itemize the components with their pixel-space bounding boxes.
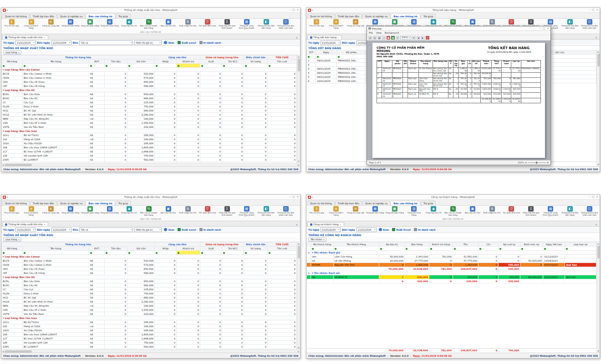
toolbar-button[interactable]: ▽Tồn dưới định mức [198, 206, 217, 218]
menu-tab-3[interactable]: Quản lý nghiệp vụ [57, 14, 85, 18]
table-row[interactable]: 2395BC L2395VTbộ0592,000000000 [2, 158, 297, 162]
menu-tab-4[interactable]: Báo cáo thống kê [391, 201, 420, 205]
minimize-button[interactable]: – [289, 196, 290, 198]
column-header[interactable]: Tồn đầu [105, 60, 127, 64]
filter-cell[interactable] [200, 64, 222, 68]
column-header[interactable]: Mã khách hàng [311, 243, 334, 247]
column-header[interactable]: Định mức nợ [520, 243, 543, 247]
scroll-down-icon[interactable]: ▼ [298, 160, 299, 163]
zoom-slider[interactable] [528, 162, 546, 163]
export-excel-button[interactable]: Xuất excel [177, 41, 197, 44]
toolbar-button[interactable]: ▽Tồn dưới định mức [502, 206, 521, 218]
titlebar-caret-icon[interactable]: ▾ [312, 196, 313, 198]
maximize-button[interactable]: □ [292, 9, 295, 11]
filter-cell[interactable] [127, 251, 155, 255]
menu-tab-4[interactable]: Báo cáo thống kê [391, 14, 420, 18]
column-header[interactable]: Trả NCC [222, 247, 244, 251]
table-row[interactable]: 1011Bộ Xả T1011bộ0295,000000000 [2, 320, 297, 324]
table-row[interactable]: NĐNNắp Cầu HC đóng êmcái0190,000000000 [2, 117, 297, 121]
column-header[interactable]: Khách trả [177, 60, 200, 64]
minimize-button[interactable]: – [589, 196, 590, 198]
menu-tab-2[interactable]: Thiết lập ban đầu [30, 14, 57, 18]
toolbar-button[interactable]: $Thu chi tồn quỹ [307, 206, 326, 218]
menu-tab-5[interactable]: Trợ giúp [116, 14, 131, 18]
toolbar-button[interactable]: ▥Tổng kết mua hàng [100, 19, 119, 31]
toolbar-button[interactable]: ⇅Xuất nhập tồn kho [178, 206, 197, 218]
warehouse-select[interactable]: Tất cả▾ [79, 228, 133, 232]
from-date-input[interactable]: 01/01/2024▾ [321, 40, 341, 45]
toolbar-button[interactable]: %Báo cáo lợi nhuận bán hàng [444, 206, 463, 218]
column-header[interactable]: Bán hàng [405, 243, 429, 247]
vertical-scrollbar[interactable]: ▲▼ [596, 50, 600, 166]
toolbar-button[interactable]: ΣTổng hợp kết quả kinh doanh [218, 206, 236, 218]
table-row[interactable]: CCCầu Cụtbộ0225,000000000 [2, 288, 297, 292]
table-row[interactable]: DL2NDoLa 2 nhấnbộ0750,000000000 [2, 105, 297, 109]
zoom-out-icon[interactable]: ⊖ [396, 36, 399, 40]
scroll-left-icon[interactable]: ◀ [2, 350, 4, 353]
filter-cell[interactable] [105, 64, 127, 68]
title-bar[interactable]: ▾ Thống kê nhập xuất tồn kho - MekongSof… [1, 8, 300, 13]
tabbar-close-icon[interactable]: × [594, 36, 599, 39]
toolbar-button[interactable]: ▤Tổng kết bán hàng [61, 206, 80, 218]
column-header[interactable]: Ngày hết hạn [543, 243, 565, 247]
menu-tab-3[interactable]: Quản lý nghiệp vụ [362, 14, 390, 18]
to-date-input[interactable]: 11/01/2024▾ [357, 228, 377, 232]
toolbar-button[interactable]: ≡Công nợ khách hàng [22, 19, 41, 31]
title-bar[interactable]: ▾ Công nợ khách hàng - MekongSoft – □ × [306, 195, 600, 200]
export-excel-button[interactable]: Xuất Excel [391, 228, 412, 231]
table-row[interactable]: KHTAMNguyễn Văn Tam01,800,00001,300,0000… [307, 263, 596, 267]
filter-cell[interactable] [316, 55, 337, 59]
toolbar-button[interactable]: ▨Thống kê công trình theo khách hàng [237, 19, 256, 31]
table-row[interactable]: 102Hàng số 102Acái0190,000000000 [2, 324, 297, 329]
scroll-down-icon[interactable]: ▼ [597, 350, 599, 353]
group-by-chip[interactable]: Loại hàng▾ [3, 51, 21, 55]
toolbar-button[interactable]: $Thu chi tồn quỹ [307, 19, 326, 31]
toolbar-button[interactable]: ▤Tổng kết bán hàng [61, 19, 80, 31]
table-row[interactable]: VXTNVan Xả Tiểu Nambộ0200,000000000 [2, 312, 297, 316]
filter-cell[interactable] [307, 247, 311, 251]
table-row[interactable]: BCHCBàn Cầu HCbộ0980,000000000 [2, 283, 297, 288]
menu-tab-3[interactable]: Quản lý nghiệp vụ [362, 201, 390, 205]
tabbar-close-icon[interactable]: × [594, 223, 599, 226]
table-row[interactable]: HCLKBC HC Liền Khối (in Hoa)bộ02,280,000… [2, 113, 297, 117]
filter-cell[interactable] [222, 251, 244, 255]
column-header[interactable]: Tồn đầu [105, 247, 127, 251]
group-row[interactable]: ▾ Loại hàng: Bàn Cầu HC [2, 275, 297, 279]
minimize-button[interactable]: – [540, 27, 541, 30]
scroll-thumb[interactable] [5, 350, 32, 353]
toolbar-button[interactable]: ▣Báo cáo tồn kho [463, 206, 482, 218]
toolbar-button[interactable]: ◧Thống kê hóa đơn bán hàng [257, 19, 275, 31]
column-header[interactable]: Mã phiếu [337, 51, 366, 55]
from-date-input[interactable]: 01/01/2024▾ [321, 228, 341, 232]
toolbar-button[interactable]: ≡Công nợ cung cấp [41, 19, 60, 31]
menu-tab-5[interactable]: Trợ giúp [116, 201, 131, 205]
column-header[interactable]: Tên hàng [23, 60, 89, 64]
toolbar-button[interactable]: ◫Thống kê hóa đơn nhân viên sale [580, 19, 599, 31]
table-row[interactable]: HCGBC HC Gạtbộ0680,000000000 [2, 296, 297, 300]
table-row[interactable]: 1020Xả Chậu P1020bộ0295,000000000 [2, 142, 297, 146]
filter-cell[interactable] [244, 251, 268, 255]
table-row[interactable]: 306BC 306VT + L284VTbộ02,056,000000000 [2, 162, 297, 163]
filter-cell[interactable] [89, 251, 105, 255]
scroll-thumb[interactable] [298, 246, 300, 258]
column-header[interactable]: Nhập [155, 247, 177, 251]
scroll-down-icon[interactable]: ▼ [597, 163, 599, 166]
table-row[interactable]: V2NBàn Cầu VF 2 nhấnbộ01,350,000000000 [2, 308, 297, 312]
column-header[interactable]: Tên Khách Hàng [334, 243, 379, 247]
display-value-select[interactable]: Hiển thị giá trị▾ [134, 40, 162, 45]
print-button[interactable]: In danh sách [199, 228, 222, 231]
minimize-button[interactable]: – [289, 9, 290, 11]
titlebar-caret-icon[interactable]: ▾ [7, 196, 8, 198]
toolbar-button[interactable]: ≡Công nợ cung cấp [346, 206, 365, 218]
filter-cell[interactable] [268, 64, 297, 68]
close-button[interactable]: × [547, 27, 549, 30]
table-row[interactable]: BCCKBàn Cầu Caesar 1 Nhấnbộ0520,00000000… [2, 72, 297, 76]
table-row[interactable]: 117BC Inax 117VA +L282VTbộ01,668,0000000… [2, 150, 297, 154]
table-row[interactable]: V2NBàn Cầu VF 2 nhấnbộ01,350,000000000 [2, 121, 297, 125]
menu-tab-3[interactable]: Quản lý nghiệp vụ [57, 201, 85, 205]
toolbar-button[interactable]: ▨Thống kê công trình theo khách hàng [541, 206, 560, 218]
toolbar-button[interactable]: $Thu chi tồn quỹ [2, 19, 21, 31]
toolbar-button[interactable]: ⇅Xuất nhập tồn kho [178, 19, 197, 31]
column-header[interactable]: Khách trả hàng [429, 243, 453, 247]
zoom-out-icon[interactable]: ⊖ [525, 162, 527, 164]
